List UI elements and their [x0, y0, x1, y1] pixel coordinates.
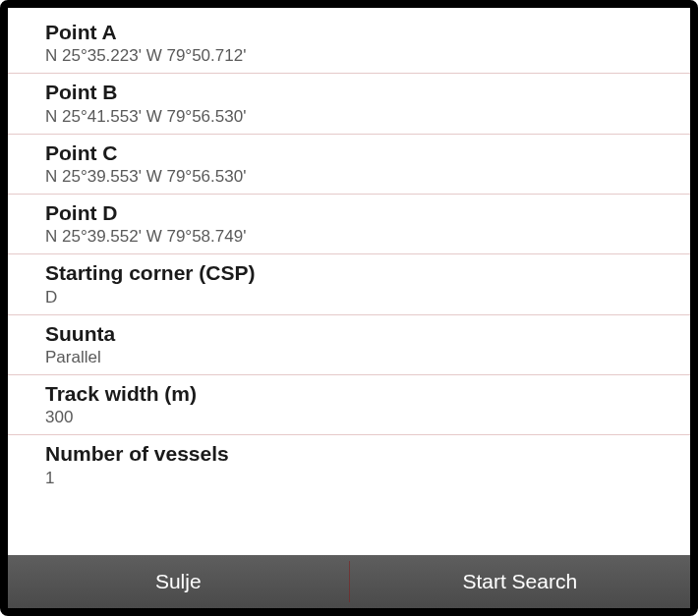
row-starting-corner[interactable]: Starting corner (CSP) D [8, 254, 690, 314]
row-title: Suunta [45, 321, 674, 347]
row-title: Number of vessels [45, 441, 674, 467]
start-search-button[interactable]: Start Search [350, 555, 691, 608]
row-point-a[interactable]: Point A N 25°35.223' W 79°50.712' [8, 14, 690, 74]
row-track-width[interactable]: Track width (m) 300 [8, 375, 690, 435]
row-title: Point A [45, 20, 674, 45]
row-value: 300 [45, 407, 674, 428]
row-value: N 25°39.552' W 79°58.749' [45, 226, 674, 248]
row-title: Point D [45, 200, 674, 226]
row-title: Starting corner (CSP) [45, 260, 674, 286]
row-value: N 25°41.553' W 79°56.530' [45, 106, 674, 128]
row-point-d[interactable]: Point D N 25°39.552' W 79°58.749' [8, 195, 690, 254]
row-value: N 25°39.553' W 79°56.530' [45, 166, 674, 188]
row-title: Track width (m) [45, 381, 674, 407]
row-number-vessels[interactable]: Number of vessels 1 [8, 435, 690, 494]
row-title: Point B [45, 80, 674, 105]
row-point-b[interactable]: Point B N 25°41.553' W 79°56.530' [8, 74, 690, 134]
row-value: 1 [45, 468, 674, 489]
row-value: N 25°35.223' W 79°50.712' [45, 45, 674, 67]
row-title: Point C [45, 140, 674, 166]
settings-list: Point A N 25°35.223' W 79°50.712' Point … [8, 8, 690, 555]
row-direction[interactable]: Suunta Parallel [8, 315, 690, 375]
row-point-c[interactable]: Point C N 25°39.553' W 79°56.530' [8, 135, 690, 195]
bottom-bar: Sulje Start Search [8, 555, 690, 608]
close-button[interactable]: Sulje [8, 555, 349, 608]
app-frame: Point A N 25°35.223' W 79°50.712' Point … [0, 0, 698, 616]
row-value: Parallel [45, 347, 674, 368]
row-value: D [45, 287, 674, 308]
